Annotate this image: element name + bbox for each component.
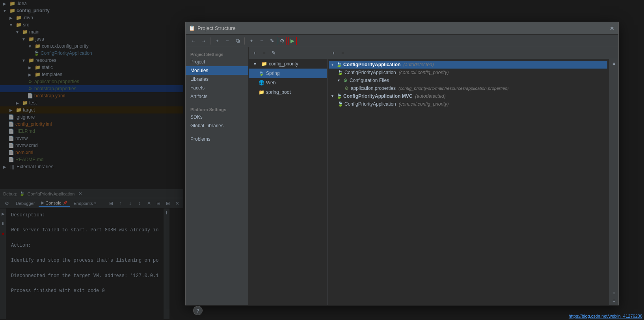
help-button[interactable]: ? (193, 306, 203, 315)
dialog-title-text: Project Structure (197, 25, 609, 31)
config-item-app-props[interactable]: ⚙ application.properties (config_priorit… (329, 84, 607, 92)
config-item-app-entry[interactable]: 🍃 ConfigPriorityApplication (com.cxl.con… (329, 69, 607, 76)
config-item-config-files[interactable]: ▼ ⚙ Configuration Files (329, 76, 607, 84)
separator2 (244, 37, 245, 45)
config-right-btn-1[interactable]: ≡ (610, 60, 618, 67)
dialog-titlebar: 📋 Project Structure ✕ (186, 22, 618, 35)
config-add-btn[interactable]: + (329, 49, 338, 58)
project-settings-title: Project Settings (186, 50, 248, 58)
run-button[interactable]: ▶ (288, 37, 297, 45)
config-item-app-main[interactable]: ▼ 🍃 ConfigPriorityApplication (autodetec… (329, 61, 607, 69)
spring-icon: 🍃 (258, 70, 264, 76)
folder-icon: 📁 (258, 89, 264, 95)
module-label: config_priority (269, 61, 298, 67)
dialog-config-panel: + − ▼ 🍃 ConfigPriorityApplication (autod… (328, 47, 618, 305)
config-label-sub: (autodetected) (403, 62, 434, 67)
expand-arrow: ▼ (331, 94, 335, 98)
module-spring[interactable]: 🍃 Spring (249, 69, 327, 78)
nav-project[interactable]: Project (186, 58, 248, 66)
config-label-sub: (config_priority/src/main/resources/appl… (398, 86, 508, 91)
expand-arrow: ▼ (331, 63, 335, 67)
edit-button[interactable]: ✎ (268, 37, 276, 45)
dialog-toolbar: ← → + − ⧉ + − ✎ ⚙ ▶ (186, 35, 618, 47)
module-label: Web (266, 80, 275, 86)
dialog-title-icon: 📋 (189, 25, 195, 32)
app-icon: 🍃 (336, 61, 342, 68)
module-label: Spring (266, 71, 280, 76)
modules-add-btn[interactable]: + (250, 49, 259, 58)
nav-global-libs[interactable]: Global Libraries (186, 121, 248, 130)
module-config-priority[interactable]: ▼ 📁 config_priority (249, 59, 327, 69)
platform-settings-title: Platform Settings (186, 106, 248, 113)
add-button-2[interactable]: + (247, 37, 256, 45)
project-structure-dialog: 📋 Project Structure ✕ ← → + − ⧉ + − ✎ ⚙ … (185, 22, 619, 305)
nav-artifacts[interactable]: Artifacts (186, 92, 248, 101)
config-folder-icon: ⚙ (342, 77, 348, 84)
config-right-panel: ≡ ≡ ≡ (609, 59, 618, 305)
module-label: spring_boot (266, 89, 291, 95)
config-tree-content: ▼ 🍃 ConfigPriorityApplication (autodetec… (328, 59, 609, 305)
config-item-mvc-entry[interactable]: 🍃 ConfigPriorityApplication (com.cxl.con… (329, 100, 607, 108)
dialog-close-button[interactable]: ✕ (609, 25, 615, 32)
remove-button-1[interactable]: − (223, 37, 232, 45)
config-right-btn-2[interactable]: ≡ (610, 289, 618, 296)
modules-edit-btn[interactable]: ✎ (269, 49, 278, 58)
module-spring-boot[interactable]: 📁 spring_boot (249, 87, 327, 97)
config-label: ConfigPriorityApplication (344, 70, 396, 75)
props-icon: ⚙ (343, 85, 350, 91)
folder-icon: 📁 (261, 61, 267, 67)
back-button[interactable]: ← (189, 37, 197, 45)
config-label: application.properties (351, 86, 396, 91)
expand-arrow: ▼ (337, 78, 341, 82)
dialog-nav-panel: Project Settings Project Modules Librari… (186, 47, 249, 305)
modules-list: ▼ 📁 config_priority 🍃 Spring 🌐 Web 📁 spr… (249, 59, 327, 305)
modules-toolbar: + − ✎ (249, 47, 327, 59)
config-label-sub: (com.cxl.config_priority) (399, 101, 449, 107)
forward-button[interactable]: → (199, 37, 208, 45)
add-button-1[interactable]: + (213, 37, 221, 45)
separator1 (210, 37, 210, 45)
mvc-entry-icon: 🍃 (337, 101, 343, 107)
config-right-btn-3[interactable]: ≡ (610, 297, 618, 304)
config-label-sub: (com.cxl.config_priority) (399, 70, 449, 75)
module-web[interactable]: 🌐 Web (249, 78, 327, 87)
nav-modules[interactable]: Modules (186, 66, 248, 75)
expand-icon: ▼ (252, 61, 258, 67)
modules-remove-btn[interactable]: − (260, 49, 268, 58)
config-label: Configuration Files (350, 78, 389, 83)
remove-button-2[interactable]: − (257, 37, 266, 45)
config-toolbar: + − (328, 47, 618, 59)
config-remove-btn[interactable]: − (339, 49, 347, 58)
dialog-modules-panel: + − ✎ ▼ 📁 config_priority 🍃 Spring 🌐 Web (249, 47, 328, 305)
dialog-body: Project Settings Project Modules Librari… (186, 47, 618, 305)
copy-button[interactable]: ⧉ (233, 37, 242, 45)
config-label-main: ConfigPriorityApplication (343, 62, 400, 67)
web-icon: 🌐 (258, 80, 264, 86)
gear-button[interactable]: ⚙ (278, 37, 287, 45)
watermark-link[interactable]: https://blog.csdn.net/weixin_41276238 (569, 314, 642, 318)
config-label-sub: (autodetected) (415, 93, 445, 99)
config-item-mvc[interactable]: ▼ 🍃 ConfigPriorityApplication MVC (autod… (329, 92, 607, 100)
mvc-icon: 🍃 (336, 93, 342, 99)
nav-libraries[interactable]: Libraries (186, 75, 248, 84)
config-label: ConfigPriorityApplication (344, 101, 396, 107)
app-entry-icon: 🍃 (337, 69, 343, 76)
config-label-mvc: ConfigPriorityApplication MVC (343, 93, 412, 99)
nav-problems[interactable]: Problems (186, 135, 248, 143)
nav-sdks[interactable]: SDKs (186, 113, 248, 121)
nav-facets[interactable]: Facets (186, 84, 248, 92)
